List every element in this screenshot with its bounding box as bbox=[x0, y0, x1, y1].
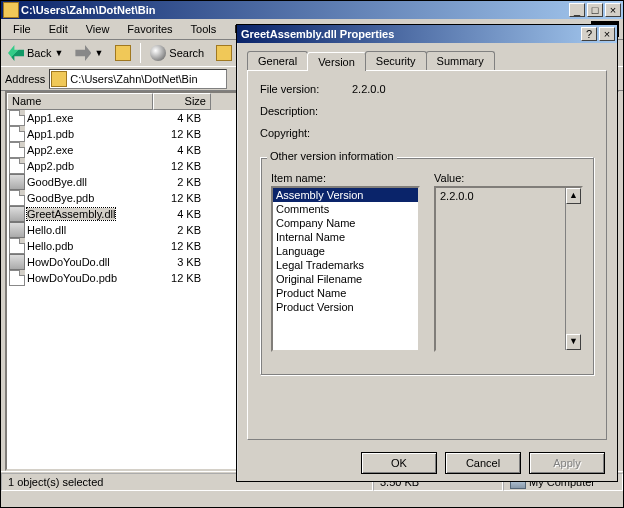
file-name: App1.exe bbox=[27, 112, 73, 124]
copyright-label: Copyright: bbox=[260, 127, 352, 139]
file-name: Hello.pdb bbox=[27, 240, 73, 252]
chevron-down-icon: ▼ bbox=[54, 48, 63, 58]
cancel-button[interactable]: Cancel bbox=[445, 452, 521, 474]
up-button[interactable] bbox=[110, 42, 136, 64]
address-input[interactable] bbox=[49, 69, 227, 89]
list-item[interactable]: Internal Name bbox=[273, 230, 418, 244]
list-item[interactable]: Legal Trademarks bbox=[273, 258, 418, 272]
menu-edit[interactable]: Edit bbox=[41, 21, 76, 37]
file-icon bbox=[9, 110, 25, 126]
menu-view[interactable]: View bbox=[78, 21, 118, 37]
apply-button[interactable]: Apply bbox=[529, 452, 605, 474]
file-size: 12 KB bbox=[151, 128, 207, 140]
other-version-group: Other version information Item name: Ass… bbox=[260, 157, 594, 375]
explorer-title: C:\Users\Zahn\DotNet\Bin bbox=[19, 4, 567, 16]
tab-strip: General Version Security Summary bbox=[237, 43, 617, 70]
tab-summary[interactable]: Summary bbox=[426, 51, 495, 70]
file-icon bbox=[9, 222, 25, 238]
scrollbar[interactable]: ▲ ▼ bbox=[565, 188, 581, 350]
back-icon bbox=[8, 45, 24, 61]
back-label: Back bbox=[27, 47, 51, 59]
list-item[interactable]: Product Version bbox=[273, 300, 418, 314]
search-button[interactable]: Search bbox=[145, 42, 209, 64]
scroll-up-button[interactable]: ▲ bbox=[566, 188, 581, 204]
file-icon bbox=[9, 190, 25, 206]
file-icon bbox=[9, 174, 25, 190]
file-size: 4 KB bbox=[151, 208, 207, 220]
file-size: 3 KB bbox=[151, 256, 207, 268]
item-name-label: Item name: bbox=[271, 172, 420, 184]
list-item[interactable]: Company Name bbox=[273, 216, 418, 230]
file-icon bbox=[9, 126, 25, 142]
forward-icon bbox=[75, 45, 91, 61]
file-icon bbox=[9, 238, 25, 254]
file-size: 2 KB bbox=[151, 224, 207, 236]
minimize-button[interactable]: _ bbox=[569, 3, 585, 17]
forward-button[interactable]: ▼ bbox=[70, 42, 108, 64]
file-icon bbox=[9, 206, 25, 222]
file-name: HowDoYouDo.dll bbox=[27, 256, 110, 268]
column-size[interactable]: Size bbox=[153, 93, 211, 110]
value-box: 2.2.0.0 ▲ ▼ bbox=[434, 186, 583, 352]
folder-icon bbox=[3, 2, 19, 18]
up-icon bbox=[115, 45, 131, 61]
dialog-close-button[interactable]: × bbox=[599, 27, 615, 41]
ok-button[interactable]: OK bbox=[361, 452, 437, 474]
tab-general[interactable]: General bbox=[247, 51, 308, 70]
file-size: 4 KB bbox=[151, 144, 207, 156]
group-legend: Other version information bbox=[267, 150, 397, 162]
file-size: 4 KB bbox=[151, 112, 207, 124]
file-size: 12 KB bbox=[151, 160, 207, 172]
maximize-button[interactable]: □ bbox=[587, 3, 603, 17]
file-size: 12 KB bbox=[151, 240, 207, 252]
file-name: App1.pdb bbox=[27, 128, 74, 140]
file-name: App2.pdb bbox=[27, 160, 74, 172]
file-icon bbox=[9, 158, 25, 174]
folders-icon bbox=[216, 45, 232, 61]
file-name: HowDoYouDo.pdb bbox=[27, 272, 117, 284]
dialog-button-row: OK Cancel Apply bbox=[237, 448, 617, 478]
folder-icon bbox=[51, 71, 67, 87]
file-name: Hello.dll bbox=[27, 224, 66, 236]
search-label: Search bbox=[169, 47, 204, 59]
tab-security[interactable]: Security bbox=[365, 51, 427, 70]
file-size: 12 KB bbox=[151, 192, 207, 204]
back-button[interactable]: Back▼ bbox=[3, 42, 68, 64]
file-name: GoodBye.pdb bbox=[27, 192, 94, 204]
version-panel: File version:2.2.0.0 Description: Copyri… bbox=[247, 70, 607, 440]
list-item[interactable]: Original Filename bbox=[273, 272, 418, 286]
file-icon bbox=[9, 142, 25, 158]
menu-file[interactable]: File bbox=[5, 21, 39, 37]
menu-tools[interactable]: Tools bbox=[183, 21, 225, 37]
dialog-title: GreetAssembly.dll Properties bbox=[239, 28, 579, 40]
list-item[interactable]: Language bbox=[273, 244, 418, 258]
file-name: GreetAssembly.dll bbox=[27, 208, 115, 220]
file-size: 12 KB bbox=[151, 272, 207, 284]
description-label: Description: bbox=[260, 105, 352, 117]
column-name[interactable]: Name bbox=[7, 93, 153, 110]
scroll-track[interactable] bbox=[566, 204, 581, 334]
dialog-titlebar: GreetAssembly.dll Properties ? × bbox=[237, 25, 617, 43]
close-button[interactable]: × bbox=[605, 3, 621, 17]
file-icon bbox=[9, 270, 25, 286]
file-size: 2 KB bbox=[151, 176, 207, 188]
address-label: Address bbox=[5, 73, 45, 85]
value-label: Value: bbox=[434, 172, 583, 184]
dialog-help-button[interactable]: ? bbox=[581, 27, 597, 41]
value-text: 2.2.0.0 bbox=[440, 190, 474, 202]
tab-version[interactable]: Version bbox=[307, 52, 366, 71]
properties-dialog: GreetAssembly.dll Properties ? × General… bbox=[236, 24, 618, 482]
file-icon bbox=[9, 254, 25, 270]
menu-favorites[interactable]: Favorites bbox=[119, 21, 180, 37]
scroll-down-button[interactable]: ▼ bbox=[566, 334, 581, 350]
item-name-listbox[interactable]: Assembly VersionCommentsCompany NameInte… bbox=[271, 186, 420, 352]
list-item[interactable]: Assembly Version bbox=[273, 188, 418, 202]
list-item[interactable]: Comments bbox=[273, 202, 418, 216]
chevron-down-icon: ▼ bbox=[94, 48, 103, 58]
search-icon bbox=[150, 45, 166, 61]
file-version-value: 2.2.0.0 bbox=[352, 83, 386, 95]
list-item[interactable]: Product Name bbox=[273, 286, 418, 300]
file-name: App2.exe bbox=[27, 144, 73, 156]
file-name: GoodBye.dll bbox=[27, 176, 87, 188]
file-version-label: File version: bbox=[260, 83, 352, 95]
